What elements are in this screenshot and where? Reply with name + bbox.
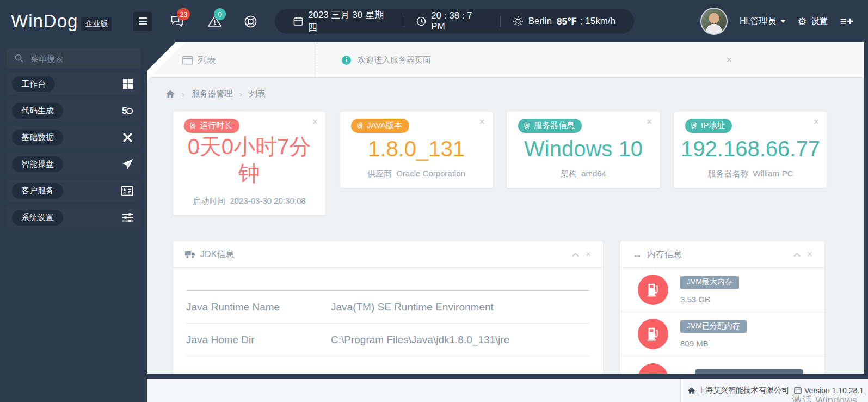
messages-count-badge: 23 [177,8,190,20]
caption-label: 架构 [561,169,577,178]
jdk-info-panel: JDK信息 × Java Runtime Name Java(TM) SE Ru… [173,241,603,374]
caption-value: 2023-03-30 20:30:08 [230,196,305,205]
jdk-row-value: Java(TM) SE Runtime Environment [331,301,494,313]
train-icon [189,122,196,130]
panel-title: JDK信息 [200,249,234,260]
gas-pump-icon [638,363,668,374]
sidebar-item-basedata[interactable]: 基础数据 [7,126,140,148]
sidebar-item-codegen[interactable]: 代码生成 5 [7,100,140,121]
alerts-count-badge: 0 [214,8,226,20]
jdk-table: Java Runtime Name Java(TM) SE Runtime En… [186,290,590,356]
user-menu[interactable]: Hi,管理员 [740,16,786,27]
ip-value: 192.168.66.77 [674,136,827,162]
tab-label: 列表 [198,54,216,66]
sidebar-item-label: 代码生成 [12,103,63,119]
settings-button[interactable]: ⚙ 设置 [798,16,828,27]
settings-label: 设置 [811,16,828,27]
weather-sep: ; [580,16,583,27]
sidebar-item-label: 客户服务 [12,183,63,199]
activate-windows-watermark: 激活 Windows [792,393,857,402]
tab-list[interactable]: 列表 [182,54,216,66]
card-java-version: JAVA版本 × 1.8.0_131 供应商Oracle Corporation [340,112,493,188]
home-icon[interactable] [166,90,175,98]
breadcrumb-list[interactable]: 列表 [249,89,266,99]
date-text: 2023 三月 30 星期四 [308,9,392,34]
train-icon [356,122,364,130]
table-row: Java Runtime Name Java(TM) SE Runtime En… [186,291,590,324]
card-close-icon[interactable]: × [814,117,819,127]
divider [500,16,501,27]
weather-temp: 85℉ [557,16,577,27]
search-input[interactable] [30,54,123,63]
jdk-row-label: Java Home Dir [186,334,331,346]
horizontal-scrollbar-track[interactable] [147,374,868,379]
alerts-button[interactable]: 0 [207,15,222,28]
caption-label: 启动时间 [193,196,225,205]
gas-pump-icon [638,319,668,349]
date-segment: 2023 三月 30 星期四 [293,9,392,34]
list-item: JVM最大内存 3.53 GB [620,268,824,312]
divider [404,16,404,27]
memory-info-panel: ↔ 内存信息 × [620,241,824,374]
sidebar-toggle-button[interactable] [133,12,152,31]
sidebar-item-smarttrade[interactable]: 智能操盘 [7,153,140,175]
sidebar-item-workbench[interactable]: 工作台 [7,73,140,95]
panel-close-icon[interactable]: × [586,249,591,260]
memory-metric-value: 3.53 GB [680,295,739,304]
search-icon [14,53,24,63]
weather-wind: 15km/h [585,16,615,27]
notification-close-icon[interactable]: × [726,54,732,66]
memory-metric-value: 809 MB [680,339,747,348]
clock-icon [416,16,426,26]
card-badge-label: 运行时长 [200,120,232,131]
chevron-right-icon: › [239,89,242,99]
messages-button[interactable]: 23 [170,15,184,28]
brand-name: WinDog [11,11,78,32]
panel-close-icon[interactable]: × [807,249,812,260]
weather-sun-icon [513,16,524,27]
joomla-icon [122,132,133,143]
user-avatar[interactable] [700,8,728,35]
java-version-value: 1.8.0_131 [340,136,493,162]
sidebar-item-systemsettings[interactable]: 系统设置 [7,206,140,228]
collapse-chevron-icon[interactable] [793,252,801,257]
chevron-right-icon: › [182,89,184,99]
gas-pump-icon [638,275,668,305]
brand-edition-badge: 企业版 [81,17,112,31]
card-ip-address: IP地址 × 192.168.66.77 服务器名称William-PC [674,112,827,188]
train-icon [523,122,531,130]
collapse-chevron-icon[interactable] [572,252,579,257]
menu-search[interactable] [7,48,140,68]
stat-cards-row: 运行时长 × 0天0小时7分钟 启动时间2023-03-30 20:30:08 … [173,112,827,215]
panels-row: JDK信息 × Java Runtime Name Java(TM) SE Ru… [173,241,824,374]
vertical-scrollbar-track[interactable] [864,42,868,379]
breadcrumb-server-management[interactable]: 服务器管理 [192,89,232,99]
list-plus-icon[interactable]: ≡+ [840,15,854,28]
horizontal-scrollbar-thumb[interactable] [695,369,803,374]
weather-segment: Berlin 85℉ ; 15km/h [513,16,615,27]
chevron-down-icon [780,20,786,23]
footer: 上海艾兴智能技术有限公司 Version 1.10.28.1 激活 Window… [147,379,868,402]
greeting-text: Hi,管理员 [740,16,777,27]
id-card-icon [121,186,133,196]
card-caption: 供应商Oracle Corporation [340,169,493,179]
panel-title: 内存信息 [647,249,682,260]
card-close-icon[interactable]: × [647,117,652,127]
sidebar-item-label: 基础数据 [12,130,63,145]
caption-value: William-PC [753,169,793,178]
sidebar-item-customerservice[interactable]: 客户服务 [7,180,140,202]
truck-icon [185,251,195,259]
caption-label: 供应商 [367,169,392,178]
sidebar-item-label: 工作台 [12,76,55,92]
card-badge: IP地址 [685,119,732,133]
card-close-icon[interactable]: × [312,117,318,127]
caption-value: Oracle Corporation [396,169,465,178]
card-server-info: 服务器信息 × Windows 10 架构amd64 [507,112,660,188]
card-close-icon[interactable]: × [479,117,485,127]
window-icon [182,56,193,65]
support-button[interactable] [244,15,257,28]
card-badge: 服务器信息 [518,119,582,133]
os-value: Windows 10 [507,136,660,162]
list-item: JVM已分配内存 809 MB [620,312,824,356]
top-header: WinDog 企业版 23 0 [0,0,868,42]
